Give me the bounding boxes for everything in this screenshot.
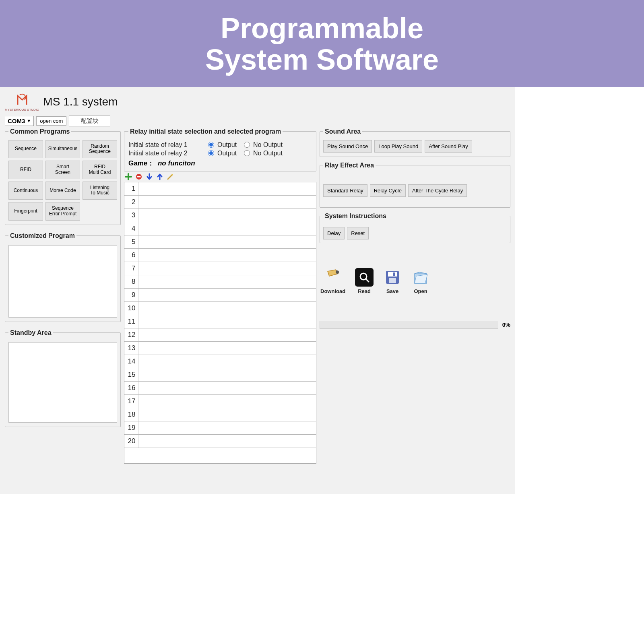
relay-effect-button[interactable]: After The Cycle Relay: [408, 184, 467, 197]
instruction-row[interactable]: 1: [124, 182, 316, 196]
row-content[interactable]: [138, 289, 316, 302]
download-label: Download: [320, 288, 345, 294]
game-label: Game：: [128, 159, 154, 167]
sound-button[interactable]: Play Sound Once: [323, 140, 372, 153]
instruction-row[interactable]: 16: [124, 382, 316, 395]
instruction-row[interactable]: 17: [124, 395, 316, 408]
instruction-row[interactable]: 3: [124, 209, 316, 222]
row-content[interactable]: [138, 235, 316, 249]
relay-selection-panel: Relay initial state selection and select…: [124, 128, 316, 171]
instruction-row[interactable]: 11: [124, 315, 316, 328]
row-number: 19: [124, 421, 138, 435]
config-block-button[interactable]: 配置块: [69, 116, 110, 126]
add-icon[interactable]: [125, 173, 132, 180]
instruction-row[interactable]: 10: [124, 302, 316, 315]
instruction-row[interactable]: 14: [124, 355, 316, 368]
instruction-row[interactable]: 19: [124, 421, 316, 435]
instruction-row[interactable]: 18: [124, 408, 316, 421]
program-button[interactable]: SmartScreen: [45, 161, 80, 179]
progress-row: 0%: [320, 321, 510, 329]
system-instruction-button[interactable]: Reset: [347, 227, 369, 239]
relay2-nooutput-radio[interactable]: [244, 150, 250, 156]
logo-subtext: MYSTERIOUS STUDIO: [5, 108, 39, 111]
relay2-nooutput-label: No Output: [253, 150, 283, 157]
sound-area-panel: Sound Area Play Sound OnceLoop Play Soun…: [320, 128, 510, 157]
program-button[interactable]: Sequence: [8, 140, 43, 159]
row-content[interactable]: [138, 368, 316, 382]
relay1-output-radio[interactable]: [208, 142, 214, 148]
row-content[interactable]: [138, 222, 316, 235]
instruction-row[interactable]: 6: [124, 249, 316, 262]
row-content[interactable]: [138, 408, 316, 421]
relay-effect-button[interactable]: Standard Relay: [323, 184, 367, 197]
row-content[interactable]: [138, 249, 316, 262]
download-button[interactable]: Download: [320, 268, 345, 294]
row-content[interactable]: [138, 328, 316, 342]
move-down-icon[interactable]: [146, 173, 153, 180]
row-number: 9: [124, 289, 138, 302]
instruction-row[interactable]: 20: [124, 435, 316, 448]
program-button[interactable]: Continuous: [8, 182, 43, 200]
instruction-row[interactable]: 8: [124, 275, 316, 289]
row-content[interactable]: [138, 275, 316, 289]
system-instruction-button[interactable]: Delay: [323, 227, 345, 239]
common-programs-panel: Common Programs SequenceSimultaneousRand…: [5, 128, 121, 225]
instruction-row[interactable]: 13: [124, 342, 316, 355]
sound-area-legend: Sound Area: [323, 128, 362, 135]
instruction-row[interactable]: 7: [124, 262, 316, 275]
row-content[interactable]: [138, 435, 316, 448]
row-number: 2: [124, 196, 138, 209]
com-port-select[interactable]: COM3 ▼: [5, 116, 34, 126]
svg-rect-1: [137, 176, 141, 177]
customized-program-area[interactable]: [8, 245, 117, 318]
row-content[interactable]: [138, 302, 316, 315]
relay1-nooutput-radio[interactable]: [244, 142, 250, 148]
relay-effect-legend: Rlay Effect Area: [323, 162, 376, 169]
instruction-row[interactable]: 12: [124, 328, 316, 342]
open-com-button[interactable]: open com: [36, 116, 66, 126]
row-content[interactable]: [138, 182, 316, 196]
wand-icon[interactable]: [167, 173, 174, 180]
row-content[interactable]: [138, 395, 316, 408]
row-content[interactable]: [138, 196, 316, 209]
instruction-row[interactable]: 5: [124, 235, 316, 249]
sound-button[interactable]: Loop Play Sound: [374, 140, 422, 153]
row-content[interactable]: [138, 342, 316, 355]
open-button[interactable]: Open: [411, 268, 430, 294]
program-button[interactable]: RFID: [8, 161, 43, 179]
row-content[interactable]: [138, 262, 316, 275]
program-button[interactable]: SequenceError Prompt: [45, 202, 80, 221]
program-button[interactable]: Fingerprint: [8, 202, 43, 221]
relay-effect-button[interactable]: Relay Cycle: [370, 184, 406, 197]
read-label: Read: [358, 288, 371, 294]
standby-area[interactable]: [8, 342, 117, 423]
program-button[interactable]: ListeningTo Music: [83, 182, 117, 200]
chevron-down-icon: ▼: [27, 118, 31, 123]
program-button[interactable]: RFIDMulti Card: [83, 161, 117, 179]
save-button[interactable]: Save: [383, 268, 402, 294]
row-content[interactable]: [138, 315, 316, 328]
instruction-row[interactable]: 2: [124, 196, 316, 209]
row-number: 14: [124, 355, 138, 368]
row-content[interactable]: [138, 382, 316, 395]
sound-button[interactable]: After Sound Play: [425, 140, 472, 153]
row-content[interactable]: [138, 355, 316, 368]
save-label: Save: [386, 288, 398, 294]
relay1-output-label: Output: [217, 141, 237, 149]
read-button[interactable]: Read: [355, 268, 374, 294]
relay2-output-label: Output: [217, 150, 237, 157]
instruction-row[interactable]: 4: [124, 222, 316, 235]
instruction-row[interactable]: 15: [124, 368, 316, 382]
remove-icon[interactable]: [135, 173, 142, 180]
row-content[interactable]: [138, 209, 316, 222]
move-up-icon[interactable]: [156, 173, 163, 180]
instruction-list[interactable]: 1234567891011121314151617181920: [124, 182, 316, 464]
instruction-row[interactable]: 9: [124, 289, 316, 302]
row-content[interactable]: [138, 421, 316, 435]
program-button[interactable]: Simultaneous: [45, 140, 80, 159]
relay2-output-radio[interactable]: [208, 150, 214, 156]
program-button[interactable]: RandomSequence: [83, 140, 117, 159]
row-number: 5: [124, 235, 138, 249]
program-button[interactable]: Morse Code: [45, 182, 80, 200]
system-instructions-panel: System Instructions DelayReset: [320, 213, 510, 243]
